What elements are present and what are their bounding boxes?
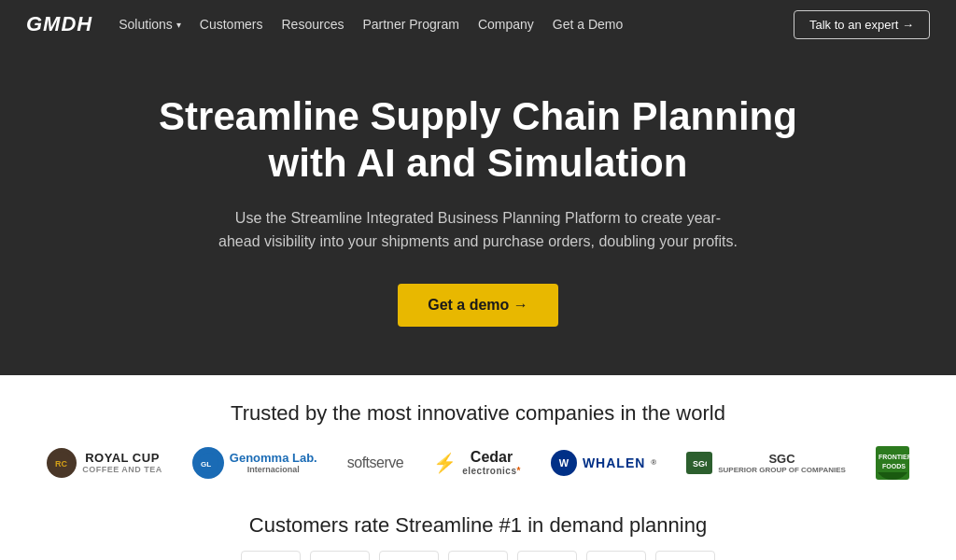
nav-item-customers[interactable]: Customers [200,16,263,33]
royal-cup-text: ROYAL CUP COFFEE AND TEA [82,451,162,474]
svg-text:GL: GL [201,460,211,469]
company-logos-row: RC ROYAL CUP COFFEE AND TEA GL Genomma L… [37,446,919,480]
trusted-section: Trusted by the most innovative companies… [0,375,956,498]
nav-item-resources[interactable]: Resources [282,16,344,33]
svg-text:RC: RC [55,459,67,469]
whalen-text: WHALEN [583,455,645,470]
customers-link[interactable]: Customers [200,17,263,32]
g2-badge-6: G [586,551,646,560]
g2-badges-row: G G G G G G G [37,551,919,560]
nav-item-partner[interactable]: Partner Program [362,16,458,33]
royal-cup-icon: RC [47,448,77,478]
svg-text:SGC: SGC [693,459,707,469]
solutions-link[interactable]: Solutions ▾ [119,17,181,32]
chevron-down-icon: ▾ [176,20,181,30]
g2-badge-4: G [448,551,508,560]
talk-to-expert-button[interactable]: Talk to an expert → [794,10,930,39]
hero-section: Streamline Supply Chain Planning with AI… [0,49,956,375]
logo-whalen: W WHALEN ® [551,450,656,476]
nav-item-get-demo[interactable]: Get a Demo [553,16,623,33]
genomma-icon: GL [192,447,224,479]
navbar: GMDH Solutions ▾ Customers Resources Par… [0,0,956,49]
nav-links: Solutions ▾ Customers Resources Partner … [119,16,623,33]
g2-badge-1: G [241,551,301,560]
g2-badge-2: G [310,551,370,560]
g2-badge-7: G [655,551,715,560]
softserve-text: softserve [347,455,403,471]
nav-item-solutions[interactable]: Solutions ▾ [119,17,181,32]
partner-link[interactable]: Partner Program [362,17,458,32]
svg-text:FOODS: FOODS [882,463,906,469]
cedar-fork-icon: ⚡ [433,452,457,474]
rate-title: Customers rate Streamline #1 in demand p… [37,513,919,538]
sgc-icon: SGC [686,452,712,474]
logo-genomma: GL Genomma Lab. Internacional [192,447,317,479]
svg-text:FRONTIER: FRONTIER [879,454,909,460]
g2-badge-3: G [379,551,439,560]
logo[interactable]: GMDH [26,12,92,36]
trusted-title: Trusted by the most innovative companies… [37,401,919,426]
nav-item-company[interactable]: Company [478,16,534,33]
whalen-icon: W [551,450,577,476]
resources-link[interactable]: Resources [282,17,344,32]
logo-softserve: softserve [347,455,403,471]
rate-section: Customers rate Streamline #1 in demand p… [0,498,956,560]
get-demo-link[interactable]: Get a Demo [553,17,623,32]
whalen-trademark: ® [651,458,656,467]
hero-title: Streamline Supply Chain Planning with AI… [151,93,805,188]
logo-royal-cup: RC ROYAL CUP COFFEE AND TEA [47,448,162,478]
get-demo-button[interactable]: Get a demo → [398,284,558,327]
sgc-text: SGC SUPERIOR GROUP OF COMPANIES [718,452,846,474]
g2-badge-5: G [517,551,577,560]
cedar-text: Cedar electronics* [462,449,521,476]
genomma-text: Genomma Lab. Internacional [230,451,317,474]
hero-subtitle: Use the Streamline Integrated Business P… [217,206,739,254]
logo-sgc: SGC SGC SUPERIOR GROUP OF COMPANIES [686,452,846,474]
logo-frontier: FRONTIER FOODS [876,446,909,480]
company-link[interactable]: Company [478,17,534,32]
navbar-left: GMDH Solutions ▾ Customers Resources Par… [26,12,623,36]
frontier-icon: FRONTIER FOODS [876,446,909,480]
logo-cedar: ⚡ Cedar electronics* [433,449,521,476]
